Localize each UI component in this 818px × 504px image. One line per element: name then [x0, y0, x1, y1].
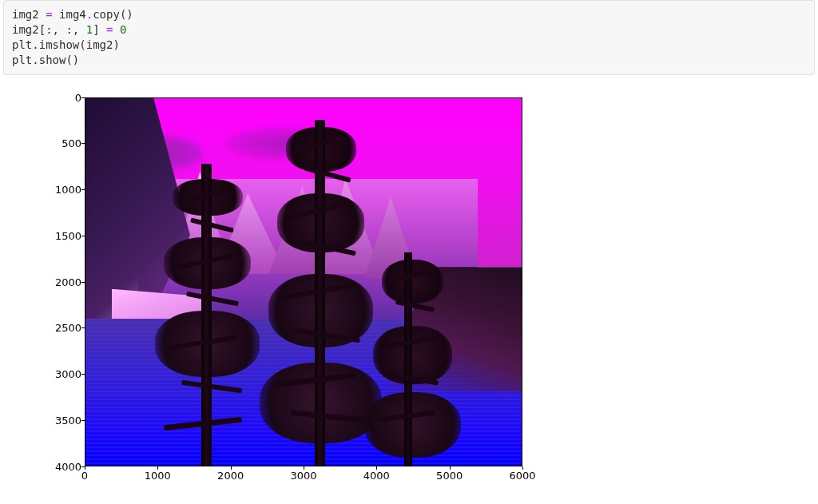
code-line-1: img2 = img4.copy() — [12, 7, 806, 22]
plot-axes — [85, 97, 522, 466]
ytick-label: 500 — [34, 137, 81, 149]
image-tree-foliage — [373, 326, 451, 385]
ytick-label: 3000 — [34, 368, 81, 380]
code-text: ] — [93, 23, 106, 36]
ytick-mark — [81, 282, 85, 283]
xtick-label: 0 — [81, 470, 88, 482]
code-line-2: img2[:, :, 1] = 0 — [12, 22, 806, 38]
ytick-mark — [81, 327, 85, 328]
ytick-mark — [81, 236, 85, 236]
ytick-label: 2000 — [34, 276, 81, 288]
xtick-label: 2000 — [217, 470, 244, 482]
code-num: 1 — [86, 23, 93, 36]
xtick-label: 5000 — [436, 470, 463, 482]
ytick-label: 1500 — [34, 229, 81, 241]
ytick-mark — [81, 143, 85, 144]
code-line-4: plt.show() — [12, 53, 806, 68]
ytick-mark — [81, 189, 85, 190]
ytick-label: 4000 — [34, 460, 81, 472]
xtick-label: 6000 — [509, 470, 535, 482]
code-text: img2[:, :, — [12, 23, 86, 36]
ytick-label: 3500 — [34, 414, 81, 426]
ytick-mark — [81, 420, 85, 421]
matplotlib-figure: 0 500 1000 1500 2000 2500 3000 3500 4000… — [22, 89, 534, 495]
ytick-label: 2500 — [34, 322, 81, 334]
output-area: 0 500 1000 1500 2000 2500 3000 3500 4000… — [0, 78, 818, 502]
image-tree-trunk — [404, 252, 413, 466]
plot-image — [85, 98, 522, 466]
xtick-label: 4000 — [363, 470, 390, 482]
code-num: 0 — [120, 23, 126, 36]
code-text: img2 — [12, 8, 46, 21]
code-text — [113, 23, 119, 36]
code-op-dot: . — [86, 8, 93, 21]
code-line-3: plt.imshow(img2) — [12, 38, 806, 53]
xtick-label: 3000 — [290, 470, 316, 482]
code-text: img4 — [53, 8, 86, 21]
code-op-eq: = — [46, 8, 52, 21]
image-tree-foliage — [364, 392, 460, 458]
ytick-mark — [81, 374, 85, 375]
ytick-label: 0 — [34, 91, 81, 103]
code-text: copy() — [93, 8, 133, 21]
ytick-mark — [81, 97, 85, 98]
code-cell[interactable]: img2 = img4.copy() img2[:, :, 1] = 0 plt… — [3, 0, 815, 75]
xtick-label: 1000 — [145, 470, 171, 482]
ytick-label: 1000 — [34, 184, 81, 196]
